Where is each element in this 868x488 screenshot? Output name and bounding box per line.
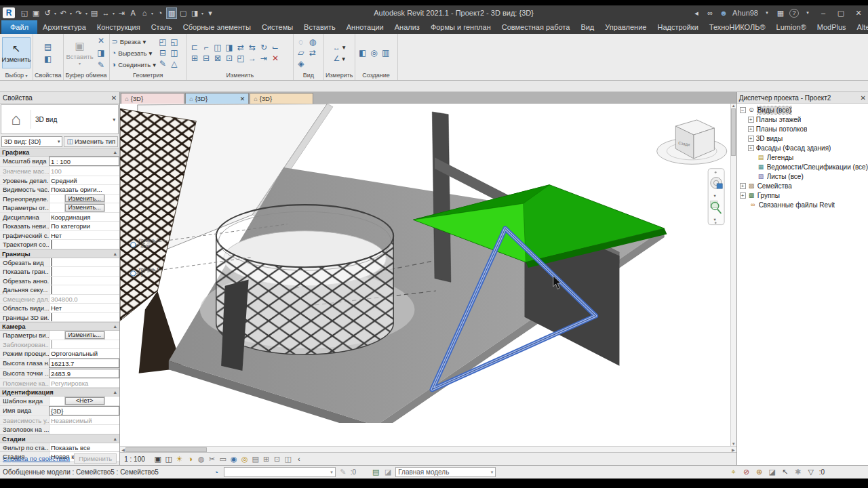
save-icon[interactable]: ▣ (31, 7, 41, 19)
ribbon-tab-совместная-работа[interactable]: Совместная работа (496, 20, 576, 34)
username[interactable]: Ahun98 (732, 9, 758, 17)
split-face-icon[interactable]: ◫ (169, 48, 180, 58)
sync-with-central-icon[interactable]: ↺ (42, 7, 53, 19)
paint-icon[interactable]: ✎ (157, 59, 168, 69)
checkbox[interactable] (51, 277, 52, 285)
worksharing-display-icon[interactable]: ◪ (383, 468, 393, 476)
user-dropdown-icon[interactable]: ▾ (762, 10, 772, 16)
select-links-icon[interactable]: ⊘ (742, 468, 751, 476)
workset-select[interactable]: ▾ (224, 467, 336, 477)
ribbon-tab-системы[interactable]: Системы (256, 20, 298, 34)
dropdown-icon[interactable]: ▾ (153, 61, 156, 68)
mirror-pick-icon[interactable]: ◨ (224, 43, 235, 53)
measure-icon-dropdown[interactable]: ▾ (113, 11, 115, 16)
undo-icon[interactable]: ↶ (58, 7, 68, 19)
shadows-icon[interactable]: ◑ (186, 454, 195, 464)
select-pinned-icon[interactable]: ◪ (768, 468, 777, 476)
tree-item[interactable]: ▦Ведомости/Спецификации (все) (737, 162, 868, 171)
property-edit-button[interactable]: <Нет> (65, 397, 104, 405)
tree-item[interactable]: +Планы этажей (737, 115, 868, 124)
drawing-canvas[interactable]: Уровень 2 4000 Уровень 1 0 (120, 104, 730, 446)
property-edit-button[interactable]: Изменить... (65, 204, 104, 211)
scroll-up-icon[interactable]: ▲ (732, 104, 736, 108)
copy-to-clipboard-icon[interactable]: ◨ (96, 47, 107, 58)
tree-item[interactable]: ∞Связанные файлы Revit (737, 200, 868, 209)
property-value[interactable]: По категории (49, 222, 119, 230)
default-3d-view-icon-dropdown[interactable]: ▾ (151, 11, 153, 16)
redo-icon-dropdown[interactable]: ▾ (85, 11, 87, 16)
help-dropdown-icon[interactable]: ▾ (803, 10, 812, 16)
temporary-view-properties-icon[interactable]: ▤ (251, 454, 260, 464)
unpin-icon[interactable]: ◰ (235, 54, 246, 64)
dropdown-icon[interactable]: ▾ (142, 38, 146, 45)
view-tab-close-icon[interactable]: ✕ (240, 96, 245, 102)
trim-extend-icon[interactable]: ⌙ (270, 43, 281, 53)
switch-windows-icon-dropdown[interactable]: ▾ (201, 11, 203, 16)
checkbox[interactable] (51, 313, 52, 322)
dropdown-icon[interactable]: ▾ (149, 49, 152, 57)
panel-select-label[interactable]: Выбор ▾ (0, 72, 33, 80)
property-value[interactable]: Показать все (49, 443, 119, 452)
join-geometry-icon[interactable]: ◑Соединить▾ (112, 60, 156, 70)
ribbon-tab-технониколь®[interactable]: ТехноНИКОЛЬ® (704, 20, 771, 34)
temporary-hide-isolate-icon[interactable]: ◉ (229, 454, 238, 464)
property-value[interactable] (49, 425, 119, 434)
collapse-icon[interactable]: ‹ (294, 454, 303, 464)
dropdown-icon[interactable]: ▾ (342, 43, 346, 51)
tree-expander-icon[interactable]: + (740, 192, 746, 199)
type-selector-dropdown-icon[interactable]: ▾ (113, 117, 118, 123)
create-group-icon[interactable]: ◧ (357, 48, 368, 58)
print-icon[interactable]: ▤ (89, 7, 100, 19)
text-icon[interactable]: A (127, 7, 138, 19)
redo-icon[interactable]: ↷ (73, 7, 84, 19)
ribbon-tab-вставить[interactable]: Вставить (298, 20, 341, 34)
tree-item[interactable]: ▤Легенды (737, 152, 868, 162)
edit-type-button[interactable]: ◫ Изменить тип (64, 136, 118, 147)
tree-expander-icon[interactable]: + (748, 136, 754, 142)
ribbon-tab-надстройки[interactable]: Надстройки (652, 20, 703, 34)
property-value[interactable]: Ортогональный (49, 349, 119, 358)
ribbon-tab-lumion®[interactable]: Lumion® (771, 20, 812, 34)
constraints-icon[interactable]: ⊡ (273, 454, 281, 464)
visual-style-icon[interactable]: ◫ (164, 454, 173, 464)
tree-item[interactable]: +▩Группы (737, 190, 868, 200)
ribbon-tab-вид[interactable]: Вид (575, 20, 599, 34)
filter-icon[interactable]: ▽ (806, 468, 816, 476)
property-value[interactable]: Нет (49, 231, 119, 240)
checkbox[interactable] (51, 240, 52, 249)
move-icon[interactable]: ⇄ (235, 43, 246, 53)
tree-item[interactable]: ▧Листы (все) (737, 171, 868, 181)
rotate-icon[interactable]: ↻ (258, 43, 269, 53)
reveal-hidden-icon[interactable]: ◎ (240, 454, 249, 464)
scroll-left-icon[interactable]: ◀ (121, 447, 125, 452)
reveal-icon[interactable]: ◈ (296, 59, 307, 69)
delete-icon[interactable]: ✕ (96, 35, 107, 46)
app-store-icon[interactable]: ▦ (776, 9, 785, 18)
instance-selector[interactable]: 3D вид: {3D}▾ (1, 136, 62, 147)
select-underlay-icon[interactable]: ⊕ (755, 468, 764, 476)
rendering-icon[interactable]: ◍ (197, 454, 205, 464)
tree-item[interactable]: +3D виды (737, 134, 868, 143)
cut-geometry-icon[interactable]: ◔Вырезать▾ (112, 48, 153, 58)
vertical-scrollbar[interactable]: ▲ ▼ (730, 104, 736, 446)
crop-view-icon[interactable]: ✂ (208, 454, 216, 464)
search-icon[interactable]: ∞ (705, 9, 715, 17)
ribbon-tab-конструкция[interactable]: Конструкция (92, 20, 146, 34)
switch-windows-icon[interactable]: ◨ (189, 7, 200, 19)
displace-icon[interactable]: ⇄ (307, 48, 318, 58)
unjoin-icon[interactable]: ⊟ (157, 48, 168, 58)
revit-logo-icon[interactable]: R (3, 7, 15, 18)
tree-expander-icon[interactable]: + (748, 126, 754, 132)
worksets-icon[interactable]: ◔ (212, 468, 221, 476)
wall-opening-icon[interactable]: ◰ (157, 37, 168, 47)
ribbon-tab-файл[interactable]: Файл (1, 20, 37, 34)
checkbox[interactable] (51, 340, 52, 349)
property-value[interactable]: Нет (49, 304, 119, 312)
tree-expander-icon[interactable]: + (740, 183, 746, 189)
properties-help-link[interactable]: Справка по свойствам (3, 455, 70, 462)
aligned-dimension-icon[interactable]: ⇥ (116, 7, 127, 19)
detail-level-icon[interactable]: ▣ (153, 454, 162, 464)
property-edit-button[interactable]: Изменить... (65, 331, 104, 339)
vertical-scroll-thumb[interactable] (731, 108, 736, 156)
section-header[interactable]: Границы▲ (0, 249, 119, 258)
